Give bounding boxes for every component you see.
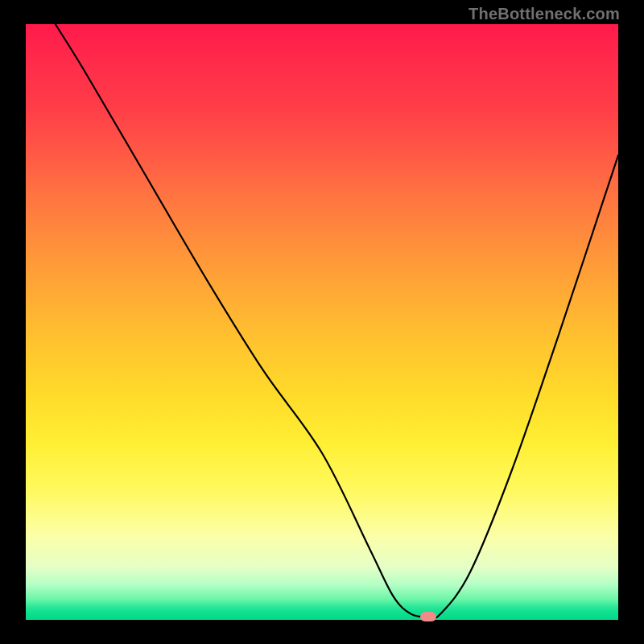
attribution-text: TheBottleneck.com (469, 5, 620, 23)
bottleneck-curve (26, 24, 618, 620)
chart-frame: TheBottleneck.com (0, 0, 644, 644)
optimal-marker (420, 612, 436, 621)
plot-area (26, 24, 618, 620)
